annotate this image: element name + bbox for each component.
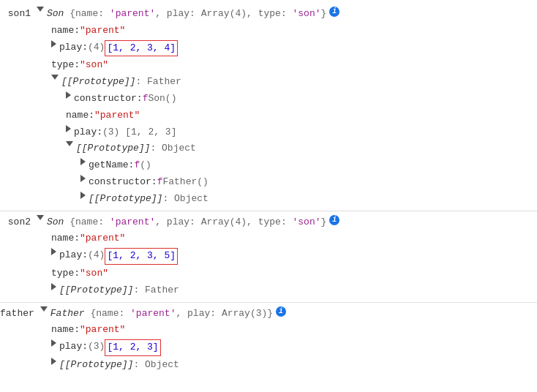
son2-name-prop: name: "parent" bbox=[0, 230, 537, 247]
son1-play-toggle[interactable] bbox=[51, 40, 56, 48]
father-header[interactable]: father Father {name: 'parent', play: Arr… bbox=[0, 306, 537, 323]
son1-varname: son1 bbox=[0, 7, 37, 22]
console-output: son1 Son {name: 'parent', play: Array(4)… bbox=[0, 6, 537, 374]
son1-inner-proto-toggle[interactable] bbox=[80, 192, 86, 199]
son2-play-prop[interactable]: play: (4) [1, 2, 3, 5] bbox=[0, 247, 537, 265]
father-name-prop: name: "parent" bbox=[0, 322, 537, 339]
son1-inner-proto-object[interactable]: [[Prototype]]: Object bbox=[0, 191, 537, 208]
son1-info-icon[interactable]: i bbox=[329, 7, 339, 17]
son1-header[interactable]: son1 Son {name: 'parent', play: Array(4)… bbox=[0, 6, 537, 23]
father-varname: father bbox=[0, 306, 40, 322]
father-summary: Father {name: 'parent', play: Array(3)} bbox=[50, 306, 273, 322]
son1-proto-father[interactable]: [[Prototype]]: Father bbox=[0, 74, 537, 91]
father-toggle[interactable] bbox=[40, 306, 48, 312]
son1-proto-object-toggle[interactable] bbox=[66, 141, 73, 146]
son1-constructor-prop[interactable]: constructor: f Son() bbox=[0, 91, 537, 108]
son1-proto-play-toggle[interactable] bbox=[66, 125, 71, 132]
father-info-icon[interactable]: i bbox=[276, 306, 286, 317]
son1-name-prop: name: "parent" bbox=[0, 23, 537, 39]
son1-proto-object[interactable]: [[Prototype]]: Object bbox=[0, 140, 537, 157]
son2-header[interactable]: son2 Son {name: 'parent', play: Array(4)… bbox=[0, 214, 537, 231]
son2-play-toggle[interactable] bbox=[51, 248, 56, 255]
son1-proto-name-prop: name: "parent" bbox=[0, 108, 537, 124]
son2-toggle[interactable] bbox=[37, 215, 44, 220]
father-proto-toggle[interactable] bbox=[51, 358, 56, 365]
son1-constructor-toggle[interactable] bbox=[66, 91, 71, 99]
son2-varname: son2 bbox=[0, 215, 37, 230]
father-play-toggle[interactable] bbox=[51, 339, 56, 347]
son1-father-constructor-prop[interactable]: constructor: f Father() bbox=[0, 174, 537, 191]
father-proto-object[interactable]: [[Prototype]]: Object bbox=[0, 357, 537, 374]
son2-type-prop: type: "son" bbox=[0, 265, 537, 282]
son2-play-array: [1, 2, 3, 5] bbox=[105, 248, 178, 265]
son1-play-array: [1, 2, 3, 4] bbox=[105, 40, 178, 57]
son1-getname-prop[interactable]: getName: f () bbox=[0, 157, 537, 174]
divider-1 bbox=[0, 211, 537, 211]
son2-info-icon[interactable]: i bbox=[329, 215, 339, 225]
father-play-prop[interactable]: play: (3) [1, 2, 3] bbox=[0, 339, 537, 357]
son2-proto-father[interactable]: [[Prototype]]: Father bbox=[0, 282, 537, 299]
son1-summary: Son {name: 'parent', play: Array(4), typ… bbox=[47, 7, 326, 22]
divider-2 bbox=[0, 302, 537, 303]
son1-father-constructor-toggle[interactable] bbox=[80, 175, 86, 182]
son1-toggle[interactable] bbox=[37, 7, 44, 12]
son1-getname-toggle[interactable] bbox=[80, 158, 86, 165]
son1-play-prop[interactable]: play: (4) [1, 2, 3, 4] bbox=[0, 39, 537, 58]
father-play-array: [1, 2, 3] bbox=[105, 339, 160, 356]
son2-proto-father-toggle[interactable] bbox=[51, 283, 56, 290]
son1-proto-father-toggle[interactable] bbox=[51, 75, 59, 80]
son1-proto-play-prop[interactable]: play: (3) [1, 2, 3] bbox=[0, 124, 537, 141]
son1-type-prop: type: "son" bbox=[0, 57, 537, 74]
son2-summary: Son {name: 'parent', play: Array(4), typ… bbox=[47, 215, 326, 230]
